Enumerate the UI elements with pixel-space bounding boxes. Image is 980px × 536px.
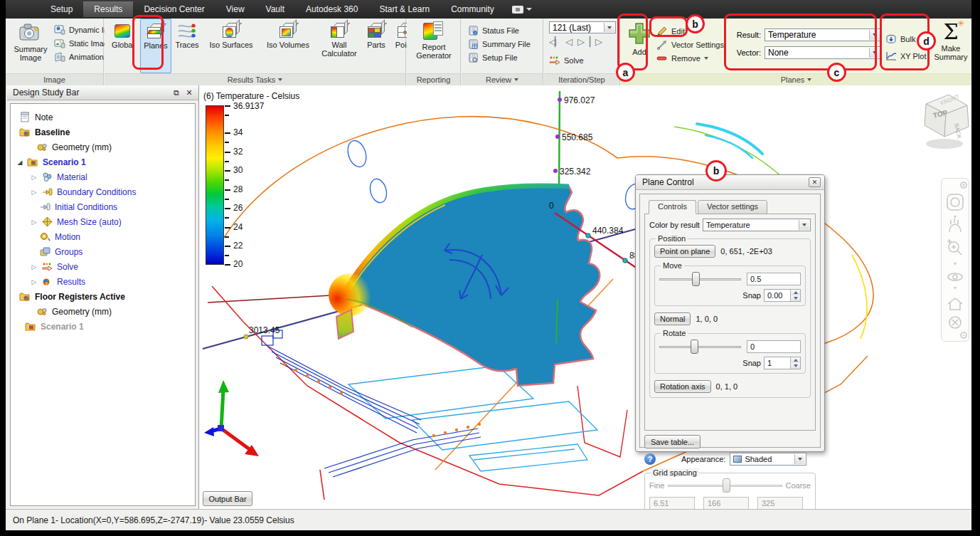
tree-item-groups[interactable]: Groups (15, 244, 195, 259)
look-at-icon (948, 298, 962, 310)
vector-settings-label: Vector Settings (671, 41, 724, 49)
tree-item-note[interactable]: Note (15, 110, 195, 125)
expander-expanded-icon[interactable]: ◢ (16, 159, 23, 166)
remove-plane-button[interactable]: Remove (656, 51, 724, 65)
step-first-button[interactable]: ◁▏ (549, 36, 560, 47)
move-snap-spinner[interactable]: 0.00 (764, 289, 801, 302)
menu-setup[interactable]: Setup (40, 1, 83, 17)
model-scene: 976.027 550.685 325.342 0 440.384 88 301… (199, 85, 971, 509)
navigation-bar[interactable] (941, 178, 969, 342)
small-result-plane[interactable] (336, 310, 353, 339)
rotation-axis-button[interactable]: Rotation axis (654, 380, 711, 393)
capture-menu-button[interactable] (512, 4, 533, 15)
step-last-button[interactable]: ▏▷ (590, 36, 601, 47)
boundary-conditions-icon (41, 186, 53, 197)
static-image-icon (54, 38, 65, 48)
tree-item-initial-conditions[interactable]: Initial Conditions (15, 199, 195, 214)
report-generator-label: Report Generator (412, 43, 456, 60)
make-summary-button[interactable]: Σ ✳ Make Summary (932, 21, 969, 61)
iteration-value: 121 (Last) (553, 23, 591, 33)
annotation-rect-add (617, 14, 648, 70)
tree-item-geometry-floor[interactable]: Geometry (mm) (15, 304, 195, 319)
point-on-plane-button[interactable]: Point on plane (654, 245, 715, 258)
expander-collapsed-icon[interactable]: ▷ (31, 189, 38, 196)
expander-collapsed-icon[interactable]: ▷ (31, 278, 38, 285)
menu-vault[interactable]: Vault (255, 1, 295, 17)
appearance-select[interactable]: Shaded (730, 453, 806, 466)
point-label: 976.027 (564, 95, 595, 105)
close-panel-icon[interactable]: ✕ (183, 88, 196, 98)
tree-item-results[interactable]: ▷ Results (15, 274, 195, 289)
rotate-snap-spinner[interactable]: 1 (764, 357, 801, 369)
normal-button[interactable]: Normal (654, 312, 691, 325)
tree-item-scenario-1-inactive[interactable]: Scenario 1 (15, 319, 195, 334)
step-previous-button[interactable]: ◁ (565, 36, 572, 47)
expander-collapsed-icon[interactable]: ▷ (31, 263, 38, 270)
tree-item-material[interactable]: ▷ Material (15, 169, 195, 184)
rotate-value-input[interactable]: 0 (747, 340, 801, 353)
float-panel-icon[interactable]: ⧉ (170, 88, 183, 98)
scenario-folder-icon (27, 157, 39, 167)
menu-results[interactable]: Results (83, 1, 133, 17)
save-table-button[interactable]: Save table... (644, 435, 701, 448)
menu-start-learn[interactable]: Start & Learn (368, 1, 440, 17)
tree-item-floor-registers-active[interactable]: Floor Registers Active (15, 289, 195, 304)
coarse-label: Coarse (786, 481, 811, 490)
pan-hand-icon (949, 219, 961, 232)
tab-vector-settings[interactable]: Vector settings (698, 200, 767, 214)
menu-view[interactable]: View (215, 1, 255, 17)
color-by-result-select[interactable]: Temperature (703, 219, 811, 231)
move-value-input[interactable]: 0.5 (747, 273, 801, 285)
expander-collapsed-icon[interactable]: ▷ (31, 174, 38, 181)
move-group-label: Move (661, 261, 684, 270)
application-window: Setup Results Decision Center View Vault… (0, 0, 980, 536)
dialog-close-button[interactable]: ✕ (809, 177, 821, 187)
view-cube[interactable]: TOP BACK FRONT (910, 88, 971, 154)
menu-community[interactable]: Community (440, 1, 505, 17)
solve-label: Solve (564, 56, 584, 65)
rotation-axis-value: 0, 1, 0 (716, 382, 738, 391)
summary-image-button[interactable]: Summary Image (10, 21, 51, 62)
output-bar-button[interactable]: Output Bar (203, 491, 252, 506)
motion-icon (39, 231, 51, 242)
setup-file-button[interactable]: Setup File (467, 51, 531, 64)
iso-surfaces-button[interactable]: Iso Surfaces (203, 19, 260, 73)
scenario-folder-icon (19, 291, 31, 302)
rotate-slider[interactable] (659, 340, 741, 354)
dialog-title-bar[interactable]: Plane Control ✕ (636, 175, 824, 190)
temperature-legend: (6) Temperature - Celsius 36.9137 34 32 … (203, 91, 299, 104)
summary-file-button[interactable]: Summary File (467, 37, 531, 51)
wall-calculator-button[interactable]: Wall Calculator (316, 19, 362, 73)
iso-volumes-button[interactable]: Iso Volumes (260, 19, 316, 73)
report-generator-button[interactable]: Report Generator (412, 21, 456, 60)
note-icon (19, 112, 31, 122)
step-next-button[interactable]: ▷ (577, 36, 585, 47)
move-slider[interactable] (659, 272, 741, 286)
menu-autodesk-360[interactable]: Autodesk 360 (295, 1, 368, 17)
animation-label: Animation (69, 53, 104, 61)
tree-item-baseline[interactable]: Baseline (15, 125, 195, 140)
status-file-button[interactable]: i Status File (467, 23, 531, 37)
tree-item-solve[interactable]: ▷ Solve (15, 259, 195, 274)
iteration-select[interactable]: 121 (Last) (549, 21, 616, 33)
status-file-label: Status File (482, 26, 519, 35)
expander-collapsed-icon[interactable]: ▷ (31, 219, 38, 226)
tree-item-motion[interactable]: Motion (15, 229, 195, 244)
chevron-down-icon (278, 78, 282, 81)
solve-button[interactable]: Solve (549, 53, 584, 67)
traces-button[interactable]: Traces (171, 19, 203, 73)
help-icon[interactable]: ? (644, 453, 656, 465)
annotation-rect-planes (132, 15, 164, 70)
grid-coarse-value: 325 (757, 497, 803, 509)
vector-settings-button[interactable]: Vector Settings (656, 38, 724, 51)
chevron-down-icon (954, 216, 957, 219)
tree-item-geometry-baseline[interactable]: Geometry (mm) (15, 140, 195, 154)
tree-item-boundary-conditions[interactable]: ▷ Boundary Conditions (15, 184, 195, 199)
setup-file-label: Setup File (482, 53, 518, 62)
graphics-viewport[interactable]: 976.027 550.685 325.342 0 440.384 88 301… (199, 85, 971, 509)
tab-controls[interactable]: Controls (649, 200, 696, 214)
tree-item-mesh-size[interactable]: ▷ Mesh Size (auto) (15, 214, 195, 229)
parts-button[interactable]: Parts (362, 19, 390, 73)
tree-item-scenario-1[interactable]: ◢ Scenario 1 (15, 154, 195, 169)
dynamic-image-icon (54, 25, 65, 35)
